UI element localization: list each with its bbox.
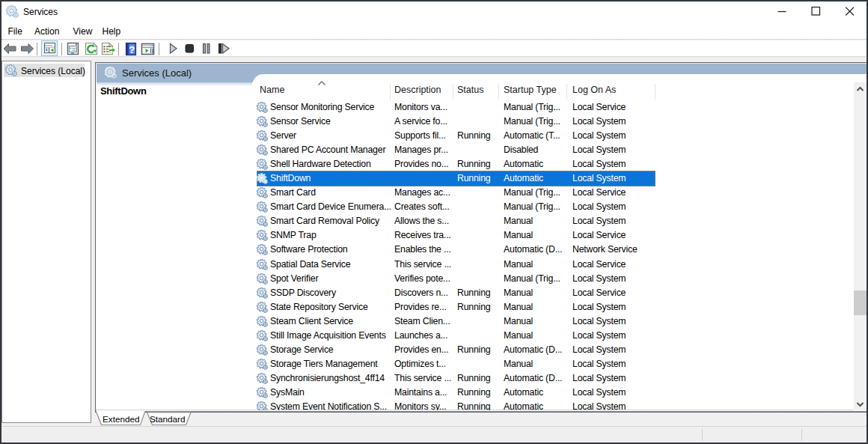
svg-text:?: ? bbox=[129, 44, 135, 55]
